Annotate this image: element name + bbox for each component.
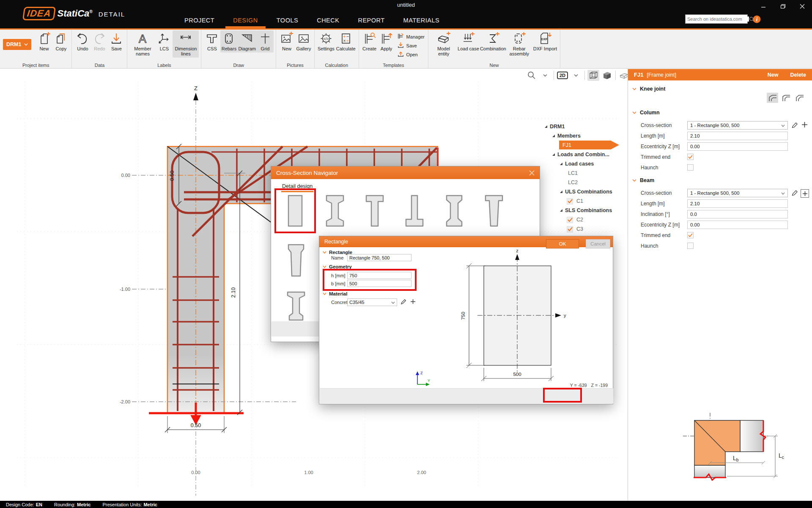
expander-icon[interactable] (552, 153, 555, 156)
template-manager-item[interactable]: Manager (396, 32, 426, 41)
delete-member-button[interactable]: Delete (790, 72, 806, 78)
checked-checkbox-icon[interactable] (567, 198, 573, 204)
expander-icon[interactable] (552, 135, 555, 137)
css-button[interactable]: CSS (203, 30, 220, 52)
solid-view-button[interactable] (601, 70, 613, 81)
add-material-icon[interactable] (410, 299, 416, 305)
menu-project[interactable]: PROJECT (177, 14, 222, 28)
knee-joint-type-2-button[interactable] (780, 93, 792, 103)
close-icon[interactable] (529, 170, 535, 176)
load-case-button[interactable]: Load case (457, 30, 480, 52)
tree-node-lc1[interactable]: LC1 (545, 168, 625, 178)
template-open-item[interactable]: Open (396, 50, 426, 59)
beam-inclination-input[interactable] (687, 210, 788, 218)
ok-button[interactable]: OK (546, 239, 579, 248)
cancel-button[interactable]: Cancel (586, 239, 610, 248)
tree-node-drm1[interactable]: DRM1 (545, 122, 625, 131)
dxf-import-button[interactable]: DXFDXF Import (532, 30, 558, 52)
info-icon[interactable]: i (753, 15, 761, 25)
clipping-view-button[interactable] (618, 70, 628, 81)
zoom-options-chevron[interactable] (539, 70, 551, 81)
rebars-button[interactable]: Rebars (220, 30, 237, 52)
save-button[interactable]: Save (108, 30, 125, 52)
shape-i-girder[interactable] (436, 191, 472, 231)
new-member-button[interactable]: New (768, 72, 779, 78)
material-select[interactable]: C35/45 (347, 298, 397, 306)
add-cross-section-icon[interactable] (801, 189, 809, 198)
tree-node-load-cases[interactable]: Load cases (545, 159, 625, 168)
shape-rectangle[interactable] (277, 191, 313, 231)
tree-node-fj1[interactable]: FJ1 (545, 141, 625, 150)
tree-node-c3[interactable]: C3 (545, 224, 625, 234)
copy-project-item-button[interactable]: Copy (52, 30, 69, 52)
menu-report[interactable]: REPORT (350, 14, 392, 28)
shape-tapered-t-section[interactable] (476, 191, 512, 231)
section-knee-joint[interactable]: Knee joint (628, 86, 665, 92)
knee-joint-type-3-button[interactable] (794, 93, 805, 103)
diagram-button[interactable]: Diagram (237, 30, 257, 52)
view-mode-2d-button[interactable]: 2D (557, 70, 568, 81)
beam-trimmed-end-checkbox[interactable] (687, 232, 694, 238)
shape-t-section[interactable] (357, 191, 393, 231)
template-apply-button[interactable]: Apply (378, 30, 395, 52)
rebar-assembly-button[interactable]: Rebar assembly (506, 30, 532, 58)
dimension-lines-button[interactable]: Dimension lines (173, 30, 199, 58)
undo-button[interactable]: Undo (74, 30, 91, 52)
menu-check[interactable]: CHECK (309, 14, 347, 28)
edit-cross-section-icon[interactable] (791, 189, 799, 197)
tree-node-lc2[interactable]: LC2 (545, 178, 625, 187)
beam-haunch-checkbox[interactable] (687, 243, 694, 249)
column-trimmed-end-checkbox[interactable] (687, 154, 694, 160)
menu-tools[interactable]: TOOLS (269, 14, 306, 28)
expander-icon[interactable] (560, 209, 562, 212)
member-names-button[interactable]: AMember names (129, 30, 156, 58)
b-input[interactable] (347, 280, 411, 287)
shape-double-flange-t-section[interactable] (278, 287, 314, 326)
wireframe-view-button[interactable] (587, 70, 599, 81)
close-button[interactable] (793, 0, 812, 13)
column-eccentricity-input[interactable] (687, 142, 788, 151)
expander-icon[interactable] (560, 190, 562, 193)
search-input[interactable] (686, 17, 749, 22)
new-picture-button[interactable]: New (278, 30, 295, 52)
zoom-icon[interactable] (526, 70, 538, 81)
column-cross-section-select[interactable]: 1 - Rectangle 500, 500 (687, 121, 788, 130)
lcs-button[interactable]: LCS (156, 30, 173, 52)
new-project-item-button[interactable]: New (36, 30, 52, 52)
beam-eccentricity-input[interactable] (687, 221, 788, 229)
tree-node-loads[interactable]: Loads and Combin... (545, 150, 625, 159)
menu-design[interactable]: DESIGN (225, 14, 266, 28)
edit-cross-section-icon[interactable] (791, 121, 799, 129)
shape-i-section[interactable] (317, 191, 353, 231)
edit-material-icon[interactable] (401, 298, 407, 306)
model-entity-button[interactable]: Model entity (431, 30, 457, 58)
calculate-button[interactable]: +−×÷Calculate (335, 30, 357, 52)
tree-node-c2[interactable]: C2 (545, 215, 625, 224)
checked-checkbox-icon[interactable] (567, 226, 573, 232)
project-item-selector[interactable]: DRM1 (3, 39, 31, 50)
beam-length-input[interactable] (687, 199, 788, 208)
h-input[interactable] (347, 272, 411, 279)
view-mode-chevron[interactable] (570, 70, 582, 81)
column-length-input[interactable] (687, 132, 788, 140)
expander-icon[interactable] (545, 125, 547, 128)
section-beam[interactable]: Beam (628, 177, 654, 183)
menu-materials[interactable]: MATERIALS (396, 14, 447, 28)
combination-button[interactable]: Combination (480, 30, 506, 52)
gallery-button[interactable]: Gallery (295, 30, 312, 52)
shape-tapered-block-section[interactable] (278, 241, 314, 281)
tree-node-uls[interactable]: ULS Combinations (545, 187, 625, 196)
section-material[interactable]: Material (323, 291, 347, 296)
template-create-button[interactable]: Create (361, 30, 378, 52)
shape-inverted-t-section[interactable] (396, 191, 433, 231)
beam-cross-section-select[interactable]: 1 - Rectangle 500, 500 (687, 189, 788, 197)
add-cross-section-icon[interactable] (801, 121, 809, 129)
restore-button[interactable] (773, 0, 793, 13)
settings-button[interactable]: </>Settings (317, 30, 335, 52)
redo-button[interactable]: Redo (91, 30, 108, 52)
minimize-button[interactable] (754, 0, 773, 13)
column-haunch-checkbox[interactable] (687, 164, 694, 171)
tree-node-c1[interactable]: C1 (545, 196, 625, 206)
section-column[interactable]: Column (628, 110, 660, 116)
tree-node-sls[interactable]: SLS Combinations (545, 206, 625, 215)
